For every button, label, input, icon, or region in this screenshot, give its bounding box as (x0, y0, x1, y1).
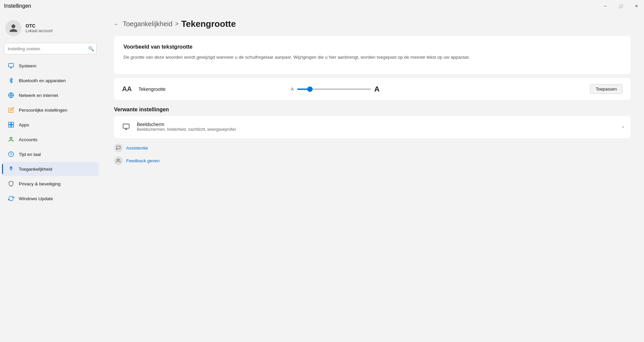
related-name: Beeldscherm (137, 122, 622, 127)
systeem-icon (7, 62, 15, 69)
slider-small-a: A (291, 87, 294, 92)
related-title: Verwante instellingen (114, 107, 631, 113)
title-bar-left: Instellingen (4, 3, 31, 9)
user-info: OTC Lokaal account (25, 23, 53, 33)
svg-rect-5 (11, 122, 14, 125)
close-button[interactable]: ✕ (629, 0, 644, 12)
svg-rect-4 (9, 122, 11, 125)
svg-point-8 (10, 137, 12, 139)
sidebar-label-accounts: Accounts (19, 137, 38, 142)
font-size-card: AA Tekengrootte A A Toepassen (114, 78, 631, 100)
svg-rect-7 (11, 125, 14, 127)
minimize-button[interactable]: ─ (598, 0, 613, 12)
sidebar-item-bluetooth[interactable]: Bluetooth en apparaten (2, 73, 99, 88)
tijd-icon (7, 151, 15, 158)
user-subtitle: Lokaal account (25, 28, 53, 33)
breadcrumb: ← Toegankelijkheid > Tekengrootte (114, 19, 631, 29)
user-name: OTC (25, 23, 53, 28)
svg-point-14 (117, 159, 119, 161)
beeldscherm-icon (121, 121, 131, 132)
accounts-icon (7, 136, 15, 143)
sidebar-item-privacy[interactable]: Privacy & beveiliging (2, 177, 99, 191)
sidebar-item-netwerk[interactable]: Netwerk en internet (2, 88, 99, 102)
sidebar-item-tijd[interactable]: Tijd en taal (2, 147, 99, 161)
sidebar-label-netwerk: Netwerk en internet (19, 93, 58, 98)
sidebar: OTC Lokaal account 🔍 Systeem Bluetooth e… (0, 12, 101, 342)
apps-icon (7, 121, 15, 128)
app-body: OTC Lokaal account 🔍 Systeem Bluetooth e… (0, 12, 644, 342)
feedback-icon (114, 156, 123, 165)
sidebar-item-toegankelijkheid[interactable]: Toegankelijkheid (2, 162, 99, 176)
related-text: Beeldscherm Beeldschermen, helderheid, n… (137, 122, 622, 132)
sidebar-label-systeem: Systeem (19, 63, 37, 68)
sidebar-label-apps: Apps (19, 122, 29, 127)
main-content: ← Toegankelijkheid > Tekengrootte Voorbe… (101, 12, 644, 342)
user-section[interactable]: OTC Lokaal account (0, 16, 101, 43)
slider-large-a: A (374, 85, 380, 94)
related-item-beeldscherm[interactable]: Beeldscherm Beeldschermen, helderheid, n… (114, 116, 631, 137)
back-button[interactable]: ← (114, 21, 119, 27)
title-bar-controls: ─ ⬜ ✕ (598, 0, 644, 12)
related-sub: Beeldschermen, helderheid, nachtlicht, w… (137, 127, 622, 132)
related-card: Beeldscherm Beeldschermen, helderheid, n… (114, 116, 631, 138)
sidebar-label-update: Windows Update (19, 196, 53, 201)
toegankelijkheid-icon (7, 165, 15, 173)
title-bar: Instellingen ─ ⬜ ✕ (0, 0, 644, 12)
maximize-button[interactable]: ⬜ (613, 0, 629, 12)
sidebar-label-privacy: Privacy & beveiliging (19, 181, 61, 186)
feedback-link[interactable]: Feedback geven (126, 158, 160, 163)
sidebar-label-toegankelijkheid: Toegankelijkheid (19, 167, 52, 172)
link-feedback[interactable]: Feedback geven (114, 156, 631, 165)
breadcrumb-separator: > (175, 20, 179, 27)
sidebar-item-update[interactable]: Windows Update (2, 191, 99, 206)
sidebar-item-apps[interactable]: Apps (2, 118, 99, 132)
sidebar-item-persoonlijk[interactable]: Persoonlijke instellingen (2, 103, 99, 117)
font-size-icon: AA (122, 85, 132, 93)
preview-description: De grootte van deze woorden wordt gewijz… (123, 54, 621, 61)
svg-rect-11 (123, 124, 129, 128)
update-icon (7, 195, 15, 202)
bluetooth-icon (7, 77, 15, 84)
assistentie-link[interactable]: Assistentie (126, 146, 148, 151)
link-assistentie[interactable]: Assistentie (114, 144, 631, 152)
search-input[interactable] (4, 43, 97, 54)
privacy-icon (7, 180, 15, 187)
preview-card: Voorbeeld van tekstgrootte De grootte va… (114, 36, 631, 74)
sidebar-label-tijd: Tijd en taal (19, 152, 41, 157)
search-icon: 🔍 (88, 46, 94, 51)
sidebar-item-systeem[interactable]: Systeem (2, 59, 99, 73)
svg-rect-0 (9, 63, 14, 67)
sidebar-item-accounts[interactable]: Accounts (2, 132, 99, 147)
search-box[interactable]: 🔍 (4, 43, 97, 54)
chevron-icon: › (622, 124, 624, 129)
title-bar-title: Instellingen (4, 3, 31, 9)
sidebar-label-persoonlijk: Persoonlijke instellingen (19, 108, 67, 113)
slider-section: A A (291, 85, 585, 94)
breadcrumb-current: Tekengrootte (181, 19, 236, 29)
font-size-row: AA Tekengrootte A A Toepassen (114, 78, 631, 100)
preview-title: Voorbeeld van tekstgrootte (123, 44, 621, 50)
links-section: Assistentie Feedback geven (114, 144, 631, 165)
assistentie-icon (114, 144, 123, 152)
netwerk-icon (7, 92, 15, 99)
avatar (5, 20, 21, 36)
apply-button[interactable]: Toepassen (590, 84, 623, 94)
svg-rect-6 (9, 125, 11, 127)
persoonlijk-icon (7, 106, 15, 114)
breadcrumb-parent[interactable]: Toegankelijkheid (123, 20, 172, 28)
sidebar-label-bluetooth: Bluetooth en apparaten (19, 78, 66, 83)
font-size-slider[interactable] (297, 89, 371, 90)
svg-point-10 (11, 167, 12, 168)
font-size-label: Tekengrootte (139, 87, 285, 92)
